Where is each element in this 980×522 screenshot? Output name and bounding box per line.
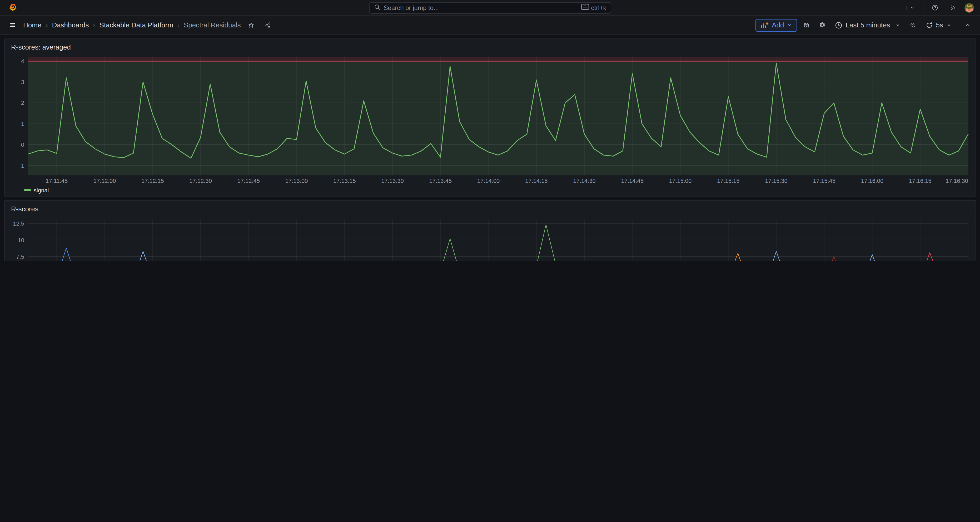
y-tick-label: 0 — [21, 142, 24, 148]
y-tick-label: 3 — [21, 79, 24, 85]
x-tick-label: 17:14:00 — [477, 177, 500, 184]
breadcrumb-separator: › — [46, 21, 48, 29]
star-icon — [248, 21, 255, 29]
x-tick-label: 17:14:30 — [573, 177, 596, 184]
user-avatar[interactable] — [964, 3, 974, 13]
chevron-down-icon — [910, 5, 914, 10]
x-tick-label: 17:13:15 — [333, 177, 356, 184]
add-button-label: Add — [772, 21, 784, 29]
breadcrumb-dashboards[interactable]: Dashboards — [52, 21, 89, 29]
dashboard-toolbar: Home › Dashboards › Stackable Data Platf… — [0, 16, 980, 35]
series-line-r2_score — [28, 225, 968, 261]
new-menu-button[interactable] — [899, 1, 917, 14]
share-icon — [265, 21, 271, 29]
x-tick-label: 17:11:45 — [46, 177, 68, 184]
dashboard-canvas: R-scores: averaged -10123417:11:4517:12:… — [0, 35, 980, 261]
zoom-out-icon — [910, 21, 916, 29]
collapse-toolbar-button[interactable] — [961, 19, 974, 31]
x-tick-label: 17:14:15 — [525, 177, 548, 184]
breadcrumb-current-dashboard: Spectral Residuals — [184, 21, 241, 29]
chevron-down-icon — [787, 23, 792, 27]
panel-title[interactable]: R-scores: averaged — [10, 42, 970, 54]
x-tick-label: 17:12:15 — [142, 177, 164, 184]
x-tick-label: 17:16:00 — [861, 177, 884, 184]
y-tick-label: 2 — [21, 100, 24, 106]
menu-icon — [10, 21, 16, 29]
grafana-app: Search or jump to... ctrl+k — [0, 0, 980, 261]
keyboard-icon — [581, 4, 589, 11]
search-icon — [374, 3, 381, 12]
breadcrumb: Home › Dashboards › Stackable Data Platf… — [23, 21, 241, 29]
x-tick-label: 17:15:45 — [813, 177, 835, 184]
x-tick-label: 17:16:15 — [909, 177, 932, 184]
legend-color-marker — [24, 189, 31, 191]
share-button[interactable] — [262, 19, 275, 31]
y-tick-label: 7.5 — [16, 254, 24, 260]
x-tick-label: 17:14:45 — [621, 177, 644, 184]
help-button[interactable] — [928, 1, 941, 14]
y-tick-label: 12.5 — [13, 220, 24, 227]
breadcrumb-home[interactable]: Home — [23, 21, 41, 29]
x-tick-label: 17:16:30 — [945, 177, 968, 184]
series-line-r3_score — [28, 255, 968, 261]
x-tick-label: 17:13:45 — [429, 177, 452, 184]
y-tick-label: 10 — [18, 237, 24, 243]
clock-icon — [835, 21, 842, 29]
x-tick-label: 17:12:00 — [94, 177, 116, 184]
search-shortcut-label: ctrl+k — [591, 4, 606, 11]
breadcrumb-folder[interactable]: Stackable Data Platform — [100, 21, 173, 29]
search-placeholder: Search or jump to... — [384, 4, 578, 11]
x-tick-label: 17:13:00 — [285, 177, 308, 184]
series-line-r11_score — [28, 248, 968, 261]
save-dashboard-button[interactable] — [800, 19, 813, 31]
chevron-down-icon — [896, 23, 900, 27]
legend-label: signal — [34, 187, 49, 193]
x-tick-label: 17:15:30 — [765, 177, 788, 184]
panel-title[interactable]: R-scores — [10, 204, 970, 216]
threshold-region-above — [28, 57, 968, 61]
series-line-r13_score — [28, 257, 968, 261]
y-tick-label: 1 — [21, 121, 24, 127]
mega-menu-toggle[interactable] — [6, 19, 19, 31]
refresh-picker[interactable]: 5s — [922, 18, 954, 32]
rscores-averaged-chart[interactable]: -10123417:11:4517:12:0017:12:1517:12:301… — [10, 54, 971, 185]
settings-icon — [819, 21, 826, 29]
y-tick-label: 4 — [21, 58, 24, 65]
news-icon — [950, 4, 956, 11]
x-tick-label: 17:12:45 — [237, 177, 260, 184]
breadcrumb-separator: › — [177, 21, 180, 29]
breadcrumb-separator: › — [93, 21, 95, 29]
top-navbar: Search or jump to... ctrl+k — [0, 0, 980, 16]
grafana-logo[interactable] — [6, 1, 19, 14]
news-button[interactable] — [946, 1, 959, 14]
zoom-out-button[interactable] — [907, 19, 919, 31]
search-input[interactable]: Search or jump to... ctrl+k — [369, 2, 611, 13]
refresh-icon — [926, 21, 933, 29]
toolbar-divider — [957, 21, 958, 29]
series-line-r4_score — [28, 253, 968, 261]
series-line-r1_score — [28, 251, 968, 261]
time-range-label: Last 5 minutes — [845, 21, 890, 29]
y-tick-label: -1 — [19, 162, 24, 169]
save-icon — [803, 21, 810, 29]
legend-item-signal[interactable]: signal — [24, 187, 49, 193]
x-tick-label: 17:15:15 — [717, 177, 740, 184]
time-range-picker[interactable]: Last 5 minutes — [832, 18, 903, 32]
panel-rscores-averaged: R-scores: averaged -10123417:11:4517:12:… — [4, 38, 976, 196]
x-tick-label: 17:13:30 — [381, 177, 404, 184]
caret-up-icon — [964, 22, 970, 29]
threshold-region-below — [28, 61, 968, 175]
chevron-down-icon — [946, 23, 951, 27]
panel-legend: signal — [10, 185, 970, 195]
navbar-divider — [923, 3, 923, 12]
favorite-button[interactable] — [245, 19, 258, 31]
help-icon — [932, 4, 938, 11]
add-panel-icon — [761, 22, 768, 29]
dashboard-settings-button[interactable] — [816, 19, 829, 31]
rscores-chart[interactable]: -2.502.557.51012.517:11:4517:12:0017:12:… — [10, 216, 971, 261]
add-button[interactable]: Add — [756, 19, 797, 31]
refresh-interval-label: 5s — [936, 21, 943, 29]
plus-icon — [903, 4, 909, 11]
x-tick-label: 17:15:00 — [669, 177, 692, 184]
x-tick-label: 17:12:30 — [189, 177, 212, 184]
